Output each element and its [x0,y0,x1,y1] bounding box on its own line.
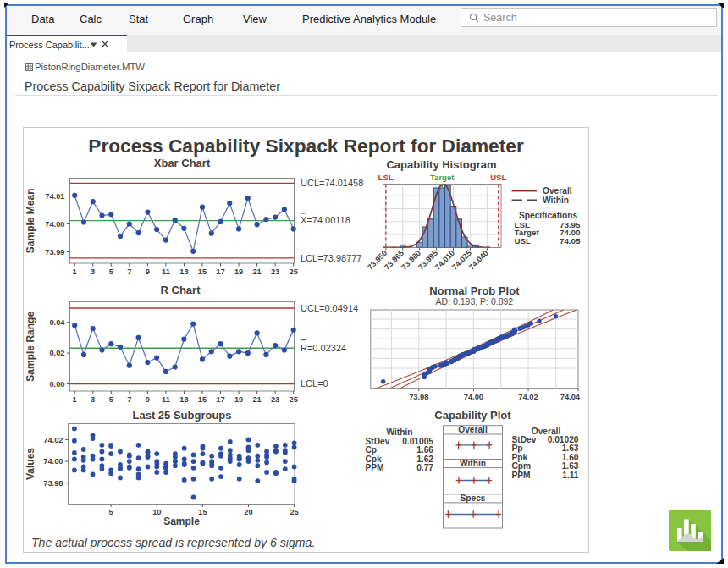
svg-text:R Chart: R Chart [161,284,201,296]
svg-text:0.04: 0.04 [49,318,65,327]
svg-text:7: 7 [127,395,131,404]
svg-text:5: 5 [109,267,113,276]
svg-text:21: 21 [252,267,261,276]
svg-text:PPM: PPM [366,463,384,472]
svg-text:Sample Mean: Sample Mean [25,188,36,253]
svg-text:74.00: 74.00 [464,393,483,401]
svg-text:Cpm: Cpm [512,461,532,471]
svg-text:1.66: 1.66 [416,445,433,455]
svg-text:1: 1 [73,395,77,404]
svg-text:0.01020: 0.01020 [548,435,579,444]
svg-text:73.98: 73.98 [409,393,428,401]
svg-text:StDev: StDev [366,437,390,446]
svg-text:15: 15 [198,267,207,276]
svg-text:74.040: 74.040 [467,249,490,272]
svg-text:19: 19 [234,267,243,276]
svg-text:Process Capability Sixpack Rep: Process Capability Sixpack Report for Di… [88,135,524,157]
svg-text:11: 11 [162,267,170,276]
svg-text:9: 9 [146,395,150,404]
svg-text:25: 25 [290,395,298,404]
svg-text:Target: Target [430,173,455,182]
svg-text:LCL=0: LCL=0 [301,378,328,389]
svg-text:Within: Within [460,459,486,468]
svg-text:Xbar Chart: Xbar Chart [154,157,211,169]
svg-text:74.00: 74.00 [45,220,64,229]
svg-text:Specifications: Specifications [519,211,577,220]
svg-text:74.04: 74.04 [560,393,581,401]
svg-text:LSL: LSL [378,173,394,182]
svg-text:20: 20 [244,508,252,516]
svg-text:23: 23 [271,267,279,276]
svg-text:19: 19 [234,395,243,404]
svg-text:LCL=73.98777: LCL=73.98777 [301,253,361,263]
svg-text:21: 21 [252,395,261,404]
svg-text:74.01: 74.01 [45,192,64,201]
svg-text:5: 5 [109,395,113,404]
svg-text:Overall: Overall [458,425,488,434]
svg-text:Capability Histogram: Capability Histogram [386,158,496,171]
svg-text:Sample Range: Sample Range [25,312,36,382]
svg-text:13: 13 [179,395,188,404]
svg-text:1.11: 1.11 [562,471,579,480]
svg-text:Overall: Overall [543,186,572,196]
svg-text:USL: USL [515,236,532,245]
svg-text:17: 17 [216,267,224,276]
svg-text:PPM: PPM [512,471,531,480]
svg-text:73.98: 73.98 [43,479,63,488]
svg-text:15: 15 [198,395,207,404]
svg-text:1.62: 1.62 [416,455,433,464]
svg-text:1.63: 1.63 [562,444,579,453]
svg-text:11: 11 [162,395,170,404]
svg-text:Values: Values [25,448,36,480]
svg-text:Capability Plot: Capability Plot [434,409,511,422]
svg-text:74.00: 74.00 [43,457,63,466]
svg-text:7: 7 [127,267,131,276]
svg-text:UCL=74.01458: UCL=74.01458 [301,178,363,188]
svg-text:0.02: 0.02 [49,349,64,357]
svg-text:Within: Within [386,427,412,437]
svg-text:0.01005: 0.01005 [402,437,433,446]
svg-text:Ppk: Ppk [512,453,528,462]
svg-text:3: 3 [91,267,95,276]
svg-text:UCL=0.04914: UCL=0.04914 [301,303,358,313]
svg-text:Within: Within [543,196,569,205]
svg-text:USL: USL [490,173,506,182]
svg-text:Cpk: Cpk [366,455,383,464]
svg-text:13: 13 [179,267,188,276]
svg-text:1.60: 1.60 [562,453,579,462]
svg-text:Normal Prob Plot: Normal Prob Plot [429,284,520,297]
svg-text:74.05: 74.05 [560,236,581,245]
svg-text:74.02: 74.02 [518,393,538,401]
svg-text:Last 25 Subgroups: Last 25 Subgroups [132,409,231,422]
svg-text:5: 5 [109,508,113,516]
svg-text:1.63: 1.63 [562,461,579,471]
svg-text:Specs: Specs [460,494,485,503]
svg-text:1: 1 [73,267,77,276]
svg-text:25: 25 [290,267,298,276]
svg-text:X=74.00118: X=74.00118 [301,215,350,225]
svg-text:10: 10 [152,508,161,516]
svg-text:R=0.02324: R=0.02324 [301,343,346,353]
svg-text:StDev: StDev [512,435,537,444]
svg-text:17: 17 [216,395,224,404]
svg-text:74.02: 74.02 [43,436,63,444]
svg-text:The actual process spread is r: The actual process spread is represented… [31,536,315,549]
svg-text:0.00: 0.00 [49,380,64,389]
svg-text:AD: 0.193, P: 0.892: AD: 0.193, P: 0.892 [436,296,514,306]
svg-text:23: 23 [271,395,279,404]
svg-text:Pp: Pp [512,444,523,453]
svg-text:3: 3 [91,395,95,404]
svg-text:0.77: 0.77 [416,463,433,472]
svg-text:73.99: 73.99 [45,248,64,256]
svg-text:=: = [301,208,306,217]
svg-text:Sample: Sample [163,516,200,527]
svg-text:9: 9 [146,267,150,276]
svg-text:25: 25 [290,508,298,516]
svg-text:Cp: Cp [366,445,378,455]
